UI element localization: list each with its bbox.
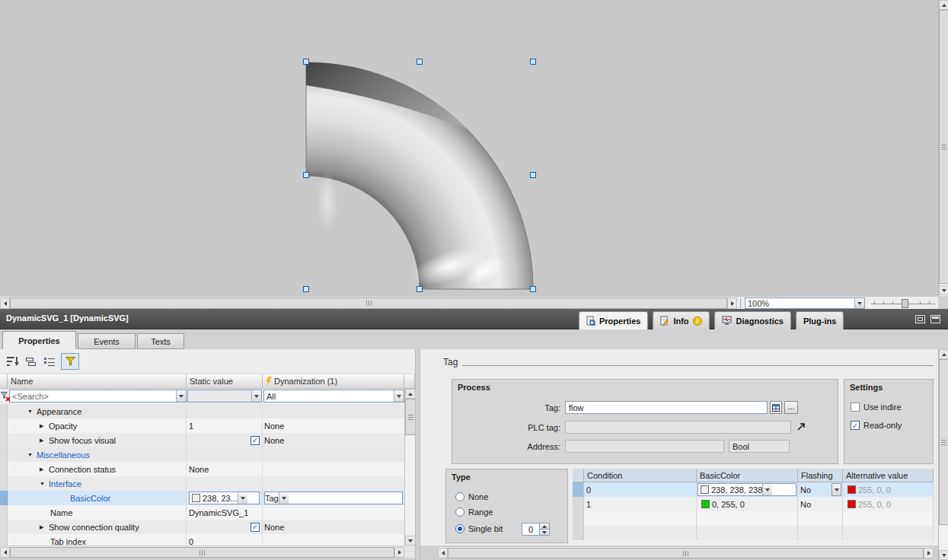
expand-arrow-icon[interactable]: ▶ — [40, 524, 49, 530]
type-option-single-bit[interactable]: Single bit — [455, 524, 503, 533]
column-header-static-value[interactable]: Static value — [187, 374, 263, 389]
use-indirect-option[interactable]: Use indire — [851, 402, 902, 412]
search-filter-combobox[interactable]: <Search> — [9, 390, 187, 402]
filter-clear-icon[interactable] — [1, 392, 11, 402]
tab-plug-ins[interactable]: Plug-ins — [796, 311, 844, 329]
scroll-thumb[interactable] — [939, 359, 948, 525]
static-value-filter-combobox[interactable] — [187, 390, 262, 402]
property-row-connection-status[interactable]: ▶Connection status None — [0, 462, 404, 476]
expand-arrow-icon[interactable]: ▼ — [40, 481, 49, 486]
property-row-tab-index[interactable]: Tab index 0 — [0, 534, 404, 546]
tag-browse-button[interactable] — [770, 401, 782, 414]
dynamization-value[interactable]: None — [264, 523, 284, 532]
static-value[interactable]: 0 — [189, 537, 193, 546]
scroll-left-button[interactable] — [438, 548, 448, 558]
property-row-appearance[interactable]: ▼Appearance — [0, 404, 404, 418]
property-row-show-connection-quality[interactable]: ▶Show connection quality ✓ None — [0, 520, 404, 534]
property-row-opacity[interactable]: ▶Opacity 1 None — [0, 418, 404, 433]
canvas-horizontal-scrollbar[interactable]: 100% — [0, 296, 938, 309]
spinner-up-button[interactable] — [540, 523, 550, 530]
dynamization-filter-combobox[interactable]: All — [263, 390, 404, 402]
expand-arrow-icon[interactable]: ▶ — [40, 423, 49, 429]
dropdown-button[interactable] — [854, 298, 864, 308]
column-header-name[interactable]: Name — [8, 374, 187, 389]
view-tab-properties[interactable]: Properties — [2, 331, 76, 349]
group-view-button[interactable] — [23, 353, 40, 370]
checkbox-checked[interactable]: ✓ — [251, 436, 260, 445]
dropdown-button[interactable] — [762, 484, 772, 495]
dropdown-button[interactable] — [251, 390, 261, 402]
scroll-down-button[interactable] — [939, 550, 948, 560]
scroll-thumb[interactable] — [939, 10, 948, 284]
expand-arrow-icon[interactable]: ▶ — [40, 438, 49, 444]
scroll-thumb[interactable] — [448, 548, 924, 558]
checkbox-checked[interactable]: ✓ — [251, 523, 260, 532]
static-value[interactable]: None — [189, 465, 209, 474]
view-tab-events[interactable]: Events — [78, 333, 136, 349]
scroll-thumb[interactable] — [405, 399, 415, 435]
dropdown-button[interactable] — [394, 390, 404, 402]
sort-button[interactable] — [5, 353, 21, 370]
expand-arrow-icon[interactable]: ▶ — [40, 466, 49, 473]
tab-properties[interactable]: Properties — [579, 311, 648, 329]
scroll-down-button[interactable] — [939, 285, 948, 295]
tag-more-button[interactable]: ... — [784, 401, 798, 414]
selection-handle[interactable] — [417, 286, 423, 292]
selection-handle[interactable] — [303, 286, 309, 292]
property-row-interface[interactable]: ▼Interface — [0, 476, 404, 491]
type-option-none[interactable]: None — [455, 492, 488, 501]
scroll-right-button[interactable] — [394, 547, 404, 558]
collapse-pane-icon[interactable] — [930, 315, 940, 323]
scroll-right-button[interactable] — [727, 298, 737, 309]
selection-handle[interactable] — [303, 172, 309, 178]
condition-header-alternative[interactable]: Alternative value — [843, 469, 934, 482]
radio-unselected[interactable] — [455, 508, 464, 517]
view-tab-texts[interactable]: Texts — [137, 333, 184, 349]
graphic-canvas[interactable] — [0, 0, 938, 296]
radio-unselected[interactable] — [455, 492, 464, 501]
dropdown-button[interactable] — [279, 492, 289, 504]
scroll-left-button[interactable] — [0, 547, 10, 558]
column-header-dynamization[interactable]: Dynamization (1) — [263, 374, 404, 389]
scroll-right-button[interactable] — [924, 548, 934, 558]
dynamization-combobox[interactable]: Tag — [264, 492, 403, 504]
list-view-button[interactable] — [41, 353, 58, 370]
read-only-option[interactable]: ✓ Read-only — [851, 421, 902, 430]
tag-pane-vertical-scrollbar[interactable] — [938, 349, 948, 560]
panel-splitter[interactable] — [415, 349, 420, 560]
selection-handle[interactable] — [530, 172, 536, 178]
condition-header-basiccolor[interactable]: BasicColor — [697, 469, 798, 482]
static-value[interactable]: 1 — [189, 422, 193, 431]
checkbox-unchecked[interactable] — [851, 402, 860, 412]
spinner-down-button[interactable] — [540, 530, 550, 536]
spinner-value-box[interactable]: 0 — [522, 523, 540, 536]
selection-handle[interactable] — [530, 286, 536, 292]
condition-row-1[interactable]: 1 0, 255, 0 No 255, 0, 0 — [573, 497, 934, 511]
slider-thumb[interactable] — [902, 299, 908, 308]
tag-input[interactable]: flow — [565, 401, 768, 414]
expand-arrow-icon[interactable]: ▼ — [27, 452, 37, 457]
dropdown-button[interactable] — [831, 483, 841, 496]
tab-diagnostics[interactable]: Diagnostics — [714, 311, 791, 329]
condition-row-0[interactable]: 0 238, 238, 238 No 255, 0, 0 — [573, 482, 934, 497]
basiccolor-value-combobox[interactable]: 238, 23... — [189, 492, 260, 504]
property-row-show-focus-visual[interactable]: ▶Show focus visual ✓ None — [0, 433, 404, 447]
expand-arrow-icon[interactable]: ▼ — [27, 409, 37, 414]
column-header-gutter[interactable] — [0, 374, 8, 389]
dynamization-value[interactable]: None — [264, 436, 284, 445]
selection-handle[interactable] — [530, 59, 536, 65]
scroll-left-button[interactable] — [0, 298, 10, 309]
basiccolor-combobox[interactable]: 238, 238, 238 — [697, 483, 796, 496]
dynamization-value[interactable]: None — [264, 422, 284, 431]
grid-vertical-scrollbar[interactable] — [404, 389, 415, 546]
radio-selected[interactable] — [455, 524, 464, 533]
pipe-elbow-graphic[interactable] — [0, 0, 938, 296]
condition-header-flashing[interactable]: Flashing — [798, 469, 843, 482]
single-bit-spinner[interactable]: 0 — [522, 523, 551, 536]
scroll-up-button[interactable] — [939, 349, 948, 359]
scroll-up-button[interactable] — [939, 0, 948, 10]
filter-button[interactable] — [61, 353, 79, 370]
scroll-down-button[interactable] — [405, 536, 415, 546]
tab-info[interactable]: Info i — [653, 311, 709, 329]
float-pane-icon[interactable] — [915, 315, 925, 323]
